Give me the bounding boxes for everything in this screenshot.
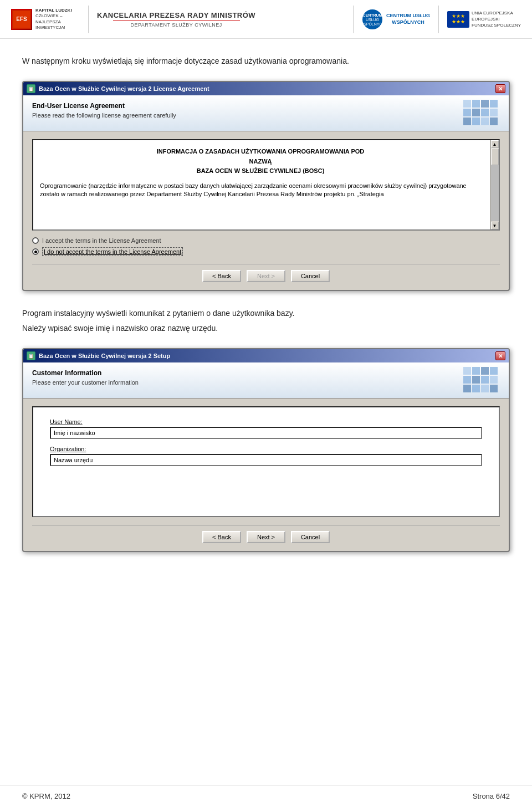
license-radio-group: I accept the terms in the License Agreem…	[32, 237, 500, 256]
radio-accept-circle[interactable]	[32, 237, 39, 244]
page-footer: © KPRM, 2012 Strona 6/42	[0, 785, 532, 807]
scrollbar-thumb[interactable]	[491, 149, 499, 165]
org-label: Organization:	[50, 446, 482, 452]
svg-text:CENTRUM: CENTRUM	[363, 13, 382, 17]
eu-flag-icon: ★★★ ★★★	[447, 11, 469, 28]
scrollbar-track[interactable]	[491, 149, 499, 221]
radio-accept-item[interactable]: I accept the terms in the License Agreem…	[32, 237, 500, 244]
dialog2-app-icon: 📋	[27, 351, 35, 360]
license-scrollbar[interactable]: ▲ ▼	[490, 140, 499, 229]
dialog1-titlebar-left: 📋 Baza Ocen w Służbie Cywilnej wersja 2 …	[27, 84, 209, 93]
page-header: EFS KAPITAŁ LUDZKICZŁOWIEK – NAJLEPSZA I…	[0, 0, 532, 39]
dialog1-section-title: End-User License Agreement	[32, 102, 500, 110]
header-separator3	[438, 6, 439, 33]
header-logos-left: EFS KAPITAŁ LUDZKICZŁOWIEK – NAJLEPSZA I…	[11, 6, 342, 33]
logo-cuw-text: CENTRUM USŁUGWSPÓLNYCH	[386, 13, 430, 25]
customer-dialog: 📋 Baza Ocen w Służbie Cywilnej wersja 2 …	[22, 348, 510, 552]
license-text-area: INFORMACJA O ZASADACH UŻYTKOWANIA OPROGR…	[32, 139, 500, 231]
radio-reject-item[interactable]: I do not accept the terms in the License…	[32, 247, 500, 256]
radio-reject-circle[interactable]	[32, 248, 39, 255]
license-heading: INFORMACJA O ZASADACH UŻYTKOWANIA OPROGR…	[40, 147, 481, 176]
svg-text:WSPÓLNYCH: WSPÓLNYCH	[362, 22, 383, 26]
dialog1-close-button[interactable]: ✕	[495, 84, 505, 93]
username-input[interactable]	[50, 427, 482, 439]
logo-kprm-title: KANCELARIA PREZESA RADY MINISTRÓW	[97, 11, 255, 19]
intro-paragraph: W następnym kroku wyświetlają się inform…	[22, 55, 510, 67]
scrollbar-up-arrow[interactable]: ▲	[491, 140, 499, 148]
logo-kprm-line	[113, 21, 240, 21]
dialog1-buttons: < Back Next > Cancel	[32, 264, 500, 282]
dialog1-section-sub: Please read the following license agreem…	[32, 112, 500, 119]
logo-kapital-ludzki: EFS KAPITAŁ LUDZKICZŁOWIEK – NAJLEPSZA I…	[11, 8, 80, 31]
svg-text:★★★: ★★★	[452, 19, 465, 24]
logo-ue: ★★★ ★★★ UNIA EUROPEJSKAEUROPEJSKIFUNDUSZ…	[447, 10, 521, 29]
dialog1-body: INFORMACJA O ZASADACH UŻYTKOWANIA OPROGR…	[23, 131, 509, 290]
header-logos-right: CENTRUM USŁUG WSPÓLNYCH CENTRUM USŁUGWSP…	[353, 6, 521, 33]
dialog2-title: Baza Ocen w Służbie Cywilnej wersja 2 Se…	[39, 353, 170, 359]
logo-kl-text: KAPITAŁ LUDZKICZŁOWIEK – NAJLEPSZA INWES…	[35, 8, 80, 31]
dialog2-buttons: < Back Next > Cancel	[32, 525, 500, 543]
license-dialog: 📋 Baza Ocen w Służbie Cywilnej wersja 2 …	[22, 81, 510, 291]
dialog2-section-sub: Please enter your customer information	[32, 379, 500, 386]
dialog2-titlebar-left: 📋 Baza Ocen w Służbie Cywilnej wersja 2 …	[27, 351, 170, 360]
svg-text:USŁUG: USŁUG	[366, 18, 379, 22]
logo-cuw-icon: CENTRUM USŁUG WSPÓLNYCH	[362, 9, 383, 30]
middle-paragraph1: Program instalacyjny wyświetli komunikat…	[22, 308, 510, 319]
middle-paragraph2: Należy wpisać swoje imię i nazwisko oraz…	[22, 323, 510, 334]
main-content: W następnym kroku wyświetlają się inform…	[0, 39, 532, 569]
logo-ue-text: UNIA EUROPEJSKAEUROPEJSKIFUNDUSZ SPOŁECZ…	[472, 10, 521, 29]
dialog1-back-button[interactable]: < Back	[202, 270, 241, 282]
dialog1-cancel-button[interactable]: Cancel	[291, 270, 330, 282]
logo-cuw: CENTRUM USŁUG WSPÓLNYCH CENTRUM USŁUGWSP…	[362, 9, 430, 30]
dialog1-header-section: End-User License Agreement Please read t…	[23, 95, 509, 131]
dialog2-body: User Name: Organization: < Back Next > C…	[23, 399, 509, 551]
dialog1-title: Baza Ocen w Służbie Cywilnej wersja 2 Li…	[39, 85, 209, 92]
customer-form-area: User Name: Organization:	[32, 406, 500, 517]
dialog2-section-title: Customer Information	[32, 369, 500, 377]
dialog1-app-icon: 📋	[27, 84, 35, 93]
header-separator1	[88, 6, 89, 33]
scrollbar-down-arrow[interactable]: ▼	[491, 222, 499, 229]
radio-reject-label: I do not accept the terms in the License…	[42, 247, 183, 256]
dialog2-cancel-button[interactable]: Cancel	[291, 531, 330, 543]
svg-text:EFS: EFS	[16, 16, 27, 22]
dialog1-next-button[interactable]: Next >	[247, 270, 285, 282]
username-label: User Name:	[50, 418, 482, 425]
dialog1-titlebar: 📋 Baza Ocen w Służbie Cywilnej wersja 2 …	[23, 82, 509, 95]
dialog2-back-button[interactable]: < Back	[202, 531, 241, 543]
footer-copyright: © KPRM, 2012	[22, 792, 70, 800]
dialog2-next-button[interactable]: Next >	[247, 531, 285, 543]
dialog1-blue-decoration	[463, 100, 498, 125]
org-input[interactable]	[50, 454, 482, 466]
radio-accept-label: I accept the terms in the License Agreem…	[42, 237, 161, 244]
logo-kl-icon: EFS	[11, 9, 32, 30]
header-separator2	[353, 6, 354, 33]
svg-text:★★★: ★★★	[452, 13, 465, 19]
footer-page: Strona 6/42	[473, 792, 510, 800]
dialog2-header-section: Customer Information Please enter your c…	[23, 362, 509, 399]
dialog2-close-button[interactable]: ✕	[495, 351, 505, 360]
logo-kprm-subtitle: DEPARTAMENT SŁUŻBY CYWILNEJ	[97, 22, 255, 28]
dialog2-titlebar: 📋 Baza Ocen w Służbie Cywilnej wersja 2 …	[23, 349, 509, 362]
dialog2-blue-decoration	[463, 367, 498, 392]
logo-kprm: KANCELARIA PREZESA RADY MINISTRÓW DEPART…	[97, 11, 255, 28]
license-body-text: Oprogramowanie (narzędzie informatyczne …	[40, 182, 481, 199]
